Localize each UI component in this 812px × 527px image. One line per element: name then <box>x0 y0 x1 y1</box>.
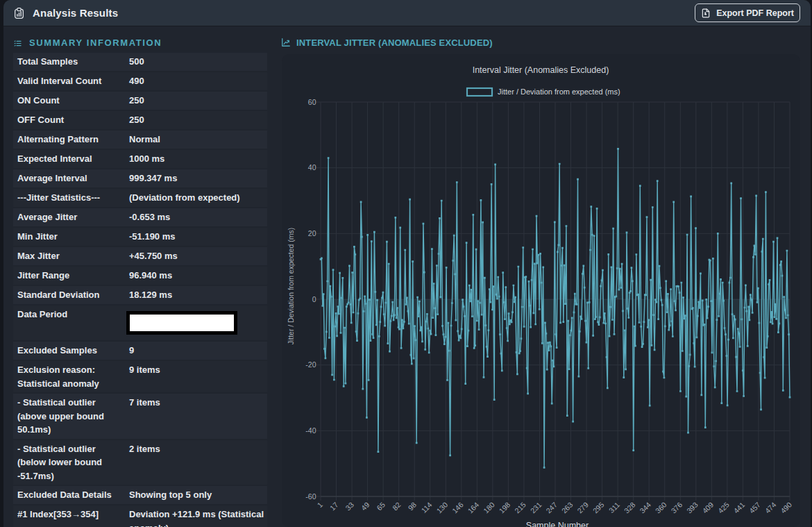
svg-text:-60: -60 <box>305 492 316 501</box>
svg-text:164: 164 <box>466 501 480 515</box>
svg-text:311: 311 <box>607 501 621 515</box>
svg-text:0: 0 <box>312 295 316 303</box>
svg-text:60: 60 <box>308 98 316 106</box>
svg-text:360: 360 <box>654 501 668 515</box>
svg-text:441: 441 <box>731 501 746 515</box>
svg-text:146: 146 <box>450 501 465 515</box>
svg-text:231: 231 <box>529 501 543 515</box>
svg-text:180: 180 <box>482 501 496 515</box>
svg-text:215: 215 <box>513 501 527 515</box>
svg-text:328: 328 <box>623 501 637 515</box>
svg-text:Jitter / Deviation from expect: Jitter / Deviation from expected (ms) <box>287 228 295 345</box>
svg-text:20: 20 <box>308 229 316 237</box>
svg-text:474: 474 <box>763 501 778 515</box>
svg-text:114: 114 <box>419 501 433 515</box>
svg-text:65: 65 <box>375 501 387 512</box>
svg-text:263: 263 <box>560 501 575 515</box>
svg-text:425: 425 <box>716 501 731 515</box>
svg-text:49: 49 <box>360 501 371 512</box>
svg-text:33: 33 <box>344 501 355 512</box>
svg-text:247: 247 <box>544 501 559 515</box>
svg-text:279: 279 <box>575 501 590 515</box>
svg-text:409: 409 <box>700 501 715 515</box>
svg-text:457: 457 <box>747 501 762 515</box>
svg-text:1: 1 <box>315 501 324 510</box>
svg-text:344: 344 <box>638 501 652 515</box>
svg-text:198: 198 <box>497 501 511 515</box>
svg-text:376: 376 <box>669 501 684 515</box>
svg-text:82: 82 <box>391 501 403 512</box>
svg-text:98: 98 <box>406 501 418 512</box>
svg-text:295: 295 <box>591 501 606 515</box>
svg-text:393: 393 <box>685 501 700 515</box>
svg-text:Sample Number: Sample Number <box>526 521 589 527</box>
svg-text:17: 17 <box>328 501 340 512</box>
svg-text:Interval Jitter (Anomalies Exc: Interval Jitter (Anomalies Excluded) <box>473 65 609 75</box>
svg-text:Jitter / Deviation from expect: Jitter / Deviation from expected (ms) <box>498 87 620 96</box>
svg-text:-40: -40 <box>305 426 316 435</box>
svg-text:130: 130 <box>434 501 449 515</box>
svg-text:-20: -20 <box>305 360 316 369</box>
svg-text:40: 40 <box>308 163 316 172</box>
svg-text:490: 490 <box>779 501 793 515</box>
